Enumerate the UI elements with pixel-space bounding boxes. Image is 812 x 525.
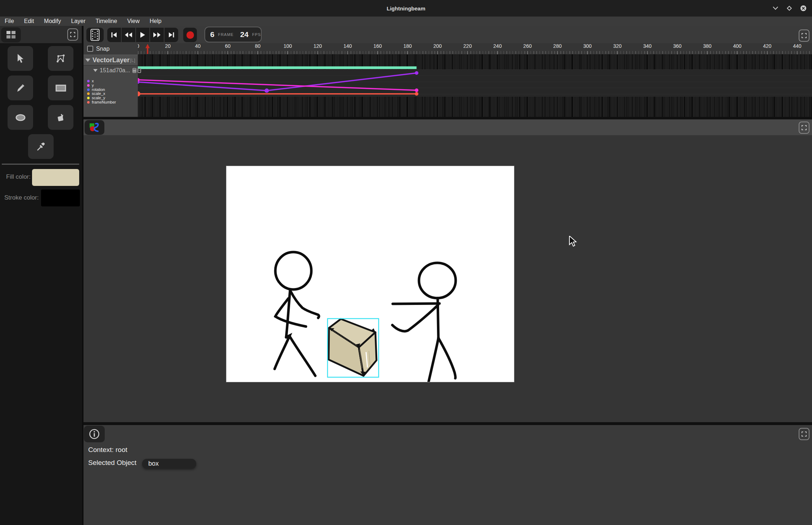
- film-strip-icon: [90, 29, 100, 41]
- chevron-down-icon: [773, 6, 778, 10]
- select-cursor-icon: [16, 54, 25, 63]
- fullscreen-icon: [70, 32, 75, 37]
- fast-forward-button[interactable]: [150, 28, 164, 42]
- track-row-frameNumber[interactable]: frameNumber: [84, 100, 138, 104]
- canvas-mode-button[interactable]: [85, 120, 104, 135]
- info-icon: [89, 428, 100, 440]
- snap-checkbox[interactable]: [87, 46, 93, 52]
- track-row-scale_x[interactable]: scale_x: [84, 92, 138, 96]
- menu-item-help[interactable]: Help: [149, 18, 163, 24]
- play-button[interactable]: [136, 28, 150, 42]
- collapse-triangle-icon[interactable]: [85, 59, 90, 62]
- timeline-fullscreen-button[interactable]: [799, 29, 809, 42]
- menu-item-layer[interactable]: Layer: [70, 18, 86, 24]
- keyframe-x-186[interactable]: [415, 71, 418, 75]
- snap-row: Snap: [84, 43, 138, 54]
- track-row-y[interactable]: y: [84, 83, 138, 88]
- frame-fps-display: 6 FRAME 24 FPS: [204, 27, 262, 42]
- layer-frame-span[interactable]: [138, 67, 416, 69]
- layer-name: VectorLayer: [93, 56, 130, 64]
- fps-unit-label: FPS: [252, 32, 261, 37]
- skip-to-start-button[interactable]: [107, 28, 122, 42]
- mouse-cursor: [569, 236, 577, 247]
- play-icon: [139, 32, 146, 38]
- eyedropper-tool-button[interactable]: [28, 134, 54, 159]
- canvas-fullscreen-button[interactable]: [799, 122, 809, 134]
- panel-grid-button[interactable]: [1, 27, 21, 42]
- track-name: y: [92, 83, 94, 87]
- track-color-dot: [87, 88, 90, 91]
- fullscreen-icon: [802, 33, 807, 38]
- track-name: x: [92, 79, 94, 83]
- track-color-dot: [87, 101, 90, 104]
- app-window: Lightningbeam FileEditModifyLayerTimelin…: [0, 0, 812, 525]
- ellipse-tool-button[interactable]: [8, 105, 33, 130]
- paint-bucket-tool-button[interactable]: [48, 105, 73, 130]
- sidebar-header: [0, 26, 82, 43]
- rectangle-tool-button[interactable]: [48, 76, 73, 100]
- record-button[interactable]: [183, 28, 197, 42]
- fps-value[interactable]: 24: [240, 30, 248, 39]
- menu-item-view[interactable]: View: [126, 18, 140, 24]
- shapes-icon: [89, 122, 101, 133]
- paint-bucket-icon: [56, 113, 66, 123]
- record-icon: [186, 31, 194, 39]
- layer-badge: [L]: [130, 58, 135, 63]
- keyframe-frameNumber-186[interactable]: [415, 92, 418, 96]
- keyframe-frameNumber-0[interactable]: [138, 91, 140, 96]
- sidebar-fullscreen-button[interactable]: [67, 28, 78, 41]
- track-row-rotation[interactable]: rotation: [84, 87, 138, 92]
- layer-row-vectorlayer[interactable]: VectorLayer [L]: [84, 55, 138, 65]
- track-row-scale_y[interactable]: scale_y: [84, 96, 138, 100]
- sublayer-solid-toggle[interactable]: [132, 68, 136, 73]
- stroke-color-swatch[interactable]: [41, 190, 80, 206]
- rewind-button[interactable]: [122, 28, 136, 42]
- pencil-tool-button[interactable]: [8, 76, 33, 100]
- transport-controls: [107, 28, 178, 42]
- fast-forward-icon: [153, 32, 161, 38]
- stick-figure-right: [392, 263, 456, 382]
- rectangle-icon: [55, 84, 67, 92]
- menu-item-modify[interactable]: Modify: [43, 18, 62, 24]
- track-name: scale_y: [92, 96, 105, 100]
- tilde-icon: ~: [138, 69, 140, 72]
- menu-bar: FileEditModifyLayerTimelineViewHelp: [0, 17, 812, 26]
- grid-icon: [6, 31, 16, 39]
- collapse-triangle-icon[interactable]: [93, 69, 98, 72]
- minimize-button[interactable]: [772, 5, 779, 12]
- fill-color-swatch[interactable]: [32, 169, 79, 186]
- stage-artwork: [226, 166, 514, 382]
- keyframe-y-186[interactable]: [415, 88, 418, 92]
- selected-object-value: box: [148, 460, 159, 467]
- pencil-icon: [16, 83, 25, 93]
- transform-tool-button[interactable]: [48, 46, 73, 71]
- sublayer-tween-toggle[interactable]: ~: [137, 68, 141, 73]
- track-row-x[interactable]: x: [84, 79, 138, 83]
- menu-item-file[interactable]: File: [4, 18, 15, 24]
- info-button[interactable]: [84, 426, 105, 442]
- skip-to-end-button[interactable]: [164, 28, 178, 42]
- selected-object-label: Selected Object: [88, 459, 136, 467]
- keyframe-x-86[interactable]: [265, 88, 269, 93]
- ellipse-icon: [15, 113, 26, 122]
- film-export-button[interactable]: [86, 28, 104, 42]
- fill-color-label: Fill color:: [6, 173, 31, 181]
- selected-object-dropdown[interactable]: box: [142, 459, 196, 469]
- menu-item-edit[interactable]: Edit: [23, 18, 35, 24]
- sublayer-name: 151ad70a...: [100, 67, 130, 74]
- select-tool-button[interactable]: [8, 46, 33, 71]
- playhead[interactable]: [145, 44, 150, 54]
- fullscreen-icon: [802, 125, 807, 130]
- sublayer-row[interactable]: 151ad70a... ~: [84, 66, 138, 75]
- track-name: rotation: [92, 88, 105, 92]
- info-panel: Context: root Selected Object box: [84, 425, 812, 525]
- track-list: xyrotationscale_xscale_yframeNumber: [84, 79, 138, 104]
- track-color-dot: [87, 80, 90, 82]
- frame-number-value[interactable]: 6: [210, 30, 215, 39]
- close-button[interactable]: [800, 5, 807, 12]
- timeline-curves-overlay: [138, 43, 812, 117]
- menu-item-timeline[interactable]: Timeline: [95, 18, 118, 24]
- info-fullscreen-button[interactable]: [799, 428, 809, 440]
- animation-stage[interactable]: [226, 166, 514, 382]
- maximize-button[interactable]: [786, 5, 793, 12]
